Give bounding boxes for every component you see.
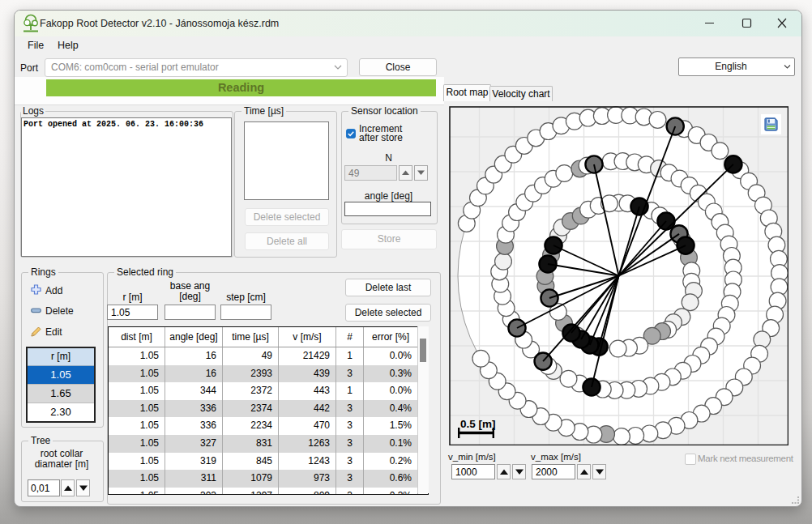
svg-text:0.5 [m]: 0.5 [m] [460,418,496,430]
